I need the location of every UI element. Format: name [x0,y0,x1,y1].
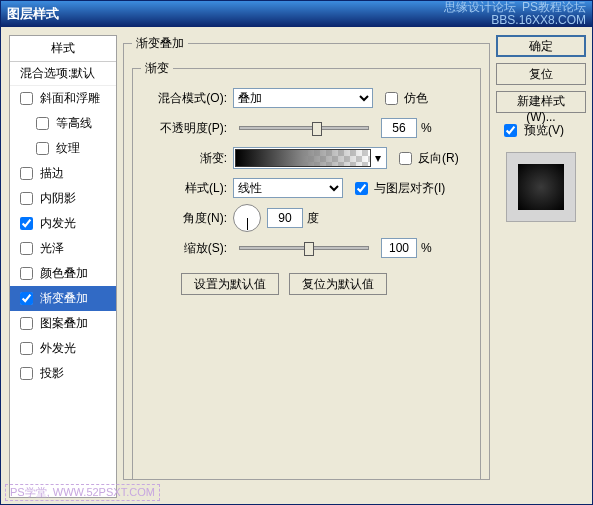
titlebar[interactable]: 图层样式 思缘设计论坛 PS教程论坛 BBS.16XX8.COM [1,1,592,27]
gradient-preview[interactable] [235,149,371,167]
angle-label: 角度(N): [141,210,233,227]
style-item-label: 内发光 [40,215,76,232]
dither-input[interactable] [385,92,398,105]
opacity-unit: % [421,121,432,135]
style-item-label: 渐变叠加 [40,290,88,307]
style-item-label: 光泽 [40,240,64,257]
blend-options-default[interactable]: 混合选项:默认 [10,62,116,86]
style-label: 样式(L): [141,180,233,197]
gradient-label: 渐变: [141,150,233,167]
reverse-checkbox[interactable]: 反向(R) [395,149,459,168]
settings-panel: 渐变叠加 渐变 混合模式(O): 叠加 仿色 不透明度 [123,35,490,498]
style-item-checkbox[interactable] [20,192,33,205]
style-item-label: 颜色叠加 [40,265,88,282]
style-item-1[interactable]: 等高线 [10,111,116,136]
style-item-checkbox[interactable] [36,142,49,155]
style-item-checkbox[interactable] [36,117,49,130]
blend-mode-select[interactable]: 叠加 [233,88,373,108]
style-item-label: 纹理 [56,140,80,157]
opacity-label: 不透明度(P): [141,120,233,137]
style-item-0[interactable]: 斜面和浮雕 [10,86,116,111]
style-item-8[interactable]: 渐变叠加 [10,286,116,311]
style-item-5[interactable]: 内发光 [10,211,116,236]
scale-slider[interactable] [239,246,369,250]
style-item-checkbox[interactable] [20,242,33,255]
style-item-checkbox[interactable] [20,217,33,230]
style-item-label: 描边 [40,165,64,182]
scale-label: 缩放(S): [141,240,233,257]
ok-button[interactable]: 确定 [496,35,586,57]
scale-input[interactable] [381,238,417,258]
style-item-2[interactable]: 纹理 [10,136,116,161]
preview-square [518,164,564,210]
style-item-9[interactable]: 图案叠加 [10,311,116,336]
style-item-checkbox[interactable] [20,292,33,305]
style-item-checkbox[interactable] [20,267,33,280]
opacity-slider[interactable] [239,126,369,130]
style-item-10[interactable]: 外发光 [10,336,116,361]
style-item-3[interactable]: 描边 [10,161,116,186]
style-item-checkbox[interactable] [20,317,33,330]
angle-input[interactable] [267,208,303,228]
make-default-button[interactable]: 设置为默认值 [181,273,279,295]
preview-input[interactable] [504,124,517,137]
angle-dial[interactable] [233,204,261,232]
styles-header[interactable]: 样式 [10,36,116,62]
watermark-top: 思缘设计论坛 PS教程论坛 BBS.16XX8.COM [444,1,586,27]
reset-default-button[interactable]: 复位为默认值 [289,273,387,295]
gradient-dropdown-icon[interactable]: ▾ [371,151,385,165]
style-item-label: 内阴影 [40,190,76,207]
style-item-label: 图案叠加 [40,315,88,332]
preview-checkbox[interactable]: 预览(V) [496,119,586,140]
scale-unit: % [421,241,432,255]
footer-watermark: PS学堂, WWW.52PSXT.COM [5,484,160,501]
style-item-label: 外发光 [40,340,76,357]
style-item-11[interactable]: 投影 [10,361,116,386]
style-item-label: 等高线 [56,115,92,132]
style-item-label: 斜面和浮雕 [40,90,100,107]
style-select[interactable]: 线性 [233,178,343,198]
align-input[interactable] [355,182,368,195]
opacity-input[interactable] [381,118,417,138]
style-item-checkbox[interactable] [20,92,33,105]
window-title: 图层样式 [7,5,59,23]
right-buttons: 确定 复位 新建样式(W)... 预览(V) [496,35,586,498]
gradient-picker[interactable]: ▾ [233,147,387,169]
styles-list: 样式 混合选项:默认 斜面和浮雕等高线纹理描边内阴影内发光光泽颜色叠加渐变叠加图… [9,35,117,498]
inner-title: 渐变 [141,60,173,77]
style-item-checkbox[interactable] [20,367,33,380]
reverse-input[interactable] [399,152,412,165]
reset-button[interactable]: 复位 [496,63,586,85]
group-title: 渐变叠加 [132,35,188,52]
style-item-label: 投影 [40,365,64,382]
layer-style-dialog: 图层样式 思缘设计论坛 PS教程论坛 BBS.16XX8.COM 样式 混合选项… [0,0,593,505]
blend-mode-label: 混合模式(O): [141,90,233,107]
style-item-checkbox[interactable] [20,342,33,355]
preview-thumbnail [506,152,576,222]
new-style-button[interactable]: 新建样式(W)... [496,91,586,113]
style-item-7[interactable]: 颜色叠加 [10,261,116,286]
style-item-checkbox[interactable] [20,167,33,180]
dither-checkbox[interactable]: 仿色 [381,89,428,108]
style-item-6[interactable]: 光泽 [10,236,116,261]
style-item-4[interactable]: 内阴影 [10,186,116,211]
angle-unit: 度 [307,210,319,227]
align-checkbox[interactable]: 与图层对齐(I) [351,179,445,198]
